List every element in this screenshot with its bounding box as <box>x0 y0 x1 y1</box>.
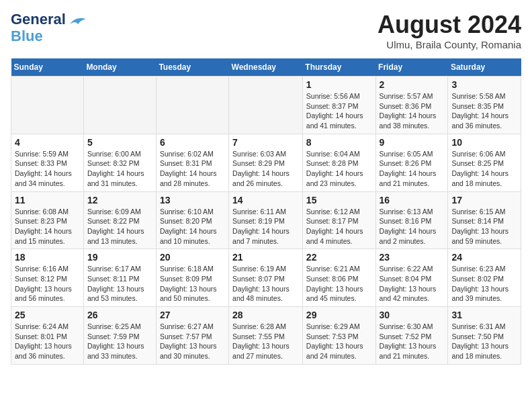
calendar-cell <box>11 77 84 134</box>
day-number: 27 <box>160 310 225 320</box>
day-number: 13 <box>160 195 225 205</box>
logo-bird-icon <box>69 15 87 28</box>
calendar-cell: 3Sunrise: 5:58 AM Sunset: 8:35 PM Daylig… <box>448 77 521 134</box>
calendar-cell: 8Sunrise: 6:04 AM Sunset: 8:28 PM Daylig… <box>302 134 375 191</box>
calendar-cell: 4Sunrise: 5:59 AM Sunset: 8:33 PM Daylig… <box>11 134 84 191</box>
day-info: Sunrise: 5:58 AM Sunset: 8:35 PM Dayligh… <box>451 91 517 131</box>
logo-text: GeneralBlue <box>11 11 66 45</box>
day-info: Sunrise: 6:08 AM Sunset: 8:23 PM Dayligh… <box>15 207 80 246</box>
calendar-cell: 11Sunrise: 6:08 AM Sunset: 8:23 PM Dayli… <box>11 191 84 249</box>
header: GeneralBlue August 2024 Ulmu, Braila Cou… <box>11 11 521 50</box>
calendar-cell <box>156 77 228 134</box>
day-number: 6 <box>160 137 225 148</box>
day-info: Sunrise: 6:15 AM Sunset: 8:14 PM Dayligh… <box>451 207 517 246</box>
day-number: 28 <box>232 310 299 320</box>
calendar-cell <box>83 77 156 134</box>
day-number: 17 <box>451 195 517 205</box>
day-info: Sunrise: 5:57 AM Sunset: 8:36 PM Dayligh… <box>380 91 445 131</box>
calendar-cell: 17Sunrise: 6:15 AM Sunset: 8:14 PM Dayli… <box>448 191 521 249</box>
calendar-table: SundayMondayTuesdayWednesdayThursdayFrid… <box>11 58 521 365</box>
day-number: 11 <box>15 195 80 205</box>
day-of-week-header: Tuesday <box>156 58 228 77</box>
calendar-cell: 1Sunrise: 5:56 AM Sunset: 8:37 PM Daylig… <box>302 77 375 134</box>
calendar-cell: 7Sunrise: 6:03 AM Sunset: 8:29 PM Daylig… <box>229 134 303 191</box>
day-info: Sunrise: 6:24 AM Sunset: 8:01 PM Dayligh… <box>15 322 80 361</box>
page-subtitle: Ulmu, Braila County, Romania <box>378 39 521 50</box>
day-info: Sunrise: 6:10 AM Sunset: 8:20 PM Dayligh… <box>160 207 225 246</box>
day-number: 2 <box>380 79 445 90</box>
calendar-cell: 2Sunrise: 5:57 AM Sunset: 8:36 PM Daylig… <box>375 77 448 134</box>
day-of-week-header: Thursday <box>302 58 375 77</box>
calendar-cell: 14Sunrise: 6:11 AM Sunset: 8:19 PM Dayli… <box>229 191 303 249</box>
calendar-week-row: 4Sunrise: 5:59 AM Sunset: 8:33 PM Daylig… <box>11 134 521 191</box>
day-info: Sunrise: 6:06 AM Sunset: 8:25 PM Dayligh… <box>451 149 517 189</box>
day-of-week-header: Wednesday <box>229 58 303 77</box>
day-info: Sunrise: 6:04 AM Sunset: 8:28 PM Dayligh… <box>306 149 372 189</box>
calendar-cell: 27Sunrise: 6:27 AM Sunset: 7:57 PM Dayli… <box>156 307 228 365</box>
day-info: Sunrise: 6:30 AM Sunset: 7:52 PM Dayligh… <box>380 322 445 361</box>
day-of-week-header: Monday <box>83 58 156 77</box>
day-of-week-header: Friday <box>375 58 448 77</box>
day-info: Sunrise: 6:21 AM Sunset: 8:06 PM Dayligh… <box>306 264 372 304</box>
day-info: Sunrise: 5:56 AM Sunset: 8:37 PM Dayligh… <box>306 91 372 131</box>
day-info: Sunrise: 6:25 AM Sunset: 7:59 PM Dayligh… <box>87 322 152 361</box>
day-number: 30 <box>380 310 445 320</box>
day-number: 14 <box>232 195 299 205</box>
day-info: Sunrise: 6:11 AM Sunset: 8:19 PM Dayligh… <box>232 207 299 246</box>
calendar-cell: 19Sunrise: 6:17 AM Sunset: 8:11 PM Dayli… <box>83 249 156 307</box>
day-number: 18 <box>15 252 80 263</box>
day-info: Sunrise: 6:03 AM Sunset: 8:29 PM Dayligh… <box>232 149 299 189</box>
calendar-cell: 24Sunrise: 6:23 AM Sunset: 8:02 PM Dayli… <box>448 249 521 307</box>
calendar-cell: 26Sunrise: 6:25 AM Sunset: 7:59 PM Dayli… <box>83 307 156 365</box>
day-number: 19 <box>87 252 152 263</box>
logo: GeneralBlue <box>11 11 87 45</box>
day-number: 16 <box>380 195 445 205</box>
day-number: 15 <box>306 195 372 205</box>
day-number: 24 <box>451 252 517 263</box>
day-info: Sunrise: 5:59 AM Sunset: 8:33 PM Dayligh… <box>15 149 80 189</box>
calendar-week-row: 1Sunrise: 5:56 AM Sunset: 8:37 PM Daylig… <box>11 77 521 134</box>
calendar-cell: 12Sunrise: 6:09 AM Sunset: 8:22 PM Dayli… <box>83 191 156 249</box>
day-number: 1 <box>306 79 372 90</box>
day-info: Sunrise: 6:05 AM Sunset: 8:26 PM Dayligh… <box>380 149 445 189</box>
day-info: Sunrise: 6:02 AM Sunset: 8:31 PM Dayligh… <box>160 149 225 189</box>
day-info: Sunrise: 6:18 AM Sunset: 8:09 PM Dayligh… <box>160 264 225 304</box>
calendar-cell: 29Sunrise: 6:29 AM Sunset: 7:53 PM Dayli… <box>302 307 375 365</box>
day-number: 22 <box>306 252 372 263</box>
calendar-cell: 6Sunrise: 6:02 AM Sunset: 8:31 PM Daylig… <box>156 134 228 191</box>
calendar-cell <box>229 77 303 134</box>
day-number: 9 <box>380 137 445 148</box>
day-info: Sunrise: 6:23 AM Sunset: 8:02 PM Dayligh… <box>451 264 517 304</box>
day-info: Sunrise: 6:12 AM Sunset: 8:17 PM Dayligh… <box>306 207 372 246</box>
day-info: Sunrise: 6:17 AM Sunset: 8:11 PM Dayligh… <box>87 264 152 304</box>
page-title: August 2024 <box>378 11 521 39</box>
day-info: Sunrise: 6:00 AM Sunset: 8:32 PM Dayligh… <box>87 149 152 189</box>
day-number: 29 <box>306 310 372 320</box>
calendar-cell: 5Sunrise: 6:00 AM Sunset: 8:32 PM Daylig… <box>83 134 156 191</box>
calendar-cell: 20Sunrise: 6:18 AM Sunset: 8:09 PM Dayli… <box>156 249 228 307</box>
title-area: August 2024 Ulmu, Braila County, Romania <box>378 11 521 50</box>
day-number: 26 <box>87 310 152 320</box>
day-info: Sunrise: 6:09 AM Sunset: 8:22 PM Dayligh… <box>87 207 152 246</box>
day-number: 12 <box>87 195 152 205</box>
day-number: 10 <box>451 137 517 148</box>
calendar-header-row: SundayMondayTuesdayWednesdayThursdayFrid… <box>11 58 521 77</box>
calendar-cell: 31Sunrise: 6:31 AM Sunset: 7:50 PM Dayli… <box>448 307 521 365</box>
day-number: 31 <box>451 310 517 320</box>
calendar-week-row: 25Sunrise: 6:24 AM Sunset: 8:01 PM Dayli… <box>11 307 521 365</box>
day-number: 25 <box>15 310 80 320</box>
day-info: Sunrise: 6:13 AM Sunset: 8:16 PM Dayligh… <box>380 207 445 246</box>
calendar-cell: 18Sunrise: 6:16 AM Sunset: 8:12 PM Dayli… <box>11 249 84 307</box>
calendar-cell: 25Sunrise: 6:24 AM Sunset: 8:01 PM Dayli… <box>11 307 84 365</box>
day-number: 23 <box>380 252 445 263</box>
calendar-cell: 22Sunrise: 6:21 AM Sunset: 8:06 PM Dayli… <box>302 249 375 307</box>
calendar-cell: 21Sunrise: 6:19 AM Sunset: 8:07 PM Dayli… <box>229 249 303 307</box>
day-number: 7 <box>232 137 299 148</box>
calendar-cell: 15Sunrise: 6:12 AM Sunset: 8:17 PM Dayli… <box>302 191 375 249</box>
calendar-cell: 23Sunrise: 6:22 AM Sunset: 8:04 PM Dayli… <box>375 249 448 307</box>
day-info: Sunrise: 6:27 AM Sunset: 7:57 PM Dayligh… <box>160 322 225 361</box>
day-info: Sunrise: 6:16 AM Sunset: 8:12 PM Dayligh… <box>15 264 80 304</box>
day-number: 8 <box>306 137 372 148</box>
day-info: Sunrise: 6:29 AM Sunset: 7:53 PM Dayligh… <box>306 322 372 361</box>
calendar-cell: 10Sunrise: 6:06 AM Sunset: 8:25 PM Dayli… <box>448 134 521 191</box>
